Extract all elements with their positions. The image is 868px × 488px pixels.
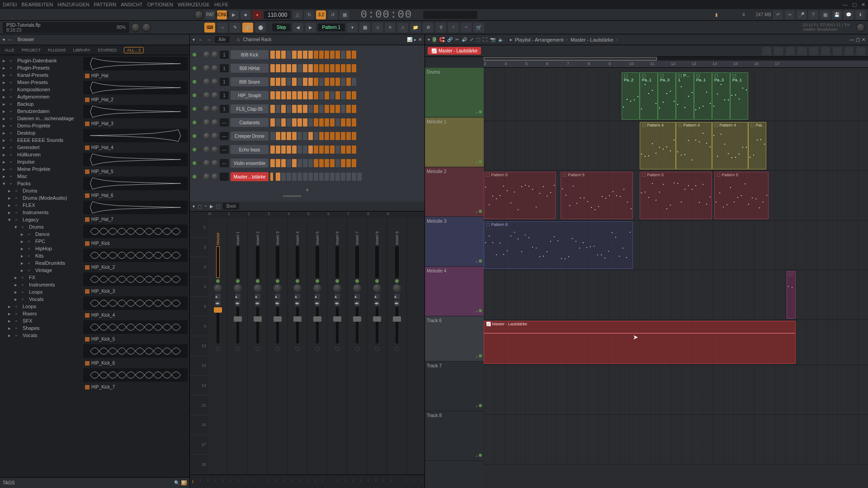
mixer-enable-led[interactable]	[316, 279, 319, 283]
sample-row[interactable]: HIP_Hat	[83, 73, 188, 78]
mixer-send-button[interactable]	[216, 347, 220, 351]
pl-paint-tool[interactable]	[774, 47, 783, 55]
mixer-fader[interactable]	[356, 307, 359, 343]
send-knob[interactable]	[315, 478, 315, 485]
mixer-track[interactable]: Insert 4 ▴ ◂▸	[288, 218, 307, 474]
mixer-enable-led[interactable]	[375, 279, 379, 283]
step-button[interactable]	[276, 145, 280, 154]
pl-select-button[interactable]: ⬚	[476, 37, 480, 42]
mixer-send-button[interactable]	[315, 347, 320, 351]
sample-row[interactable]	[83, 57, 188, 70]
step-next-button[interactable]: ▶	[305, 23, 316, 33]
track-mute-led[interactable]	[479, 404, 482, 407]
step-button[interactable]	[325, 91, 329, 99]
step-button[interactable]	[297, 118, 302, 127]
step-button[interactable]	[276, 173, 280, 181]
sample-play-icon[interactable]	[85, 361, 90, 366]
browser-samples[interactable]: HIP_HatHIP_Hat_2HIP_Hat_3HIP_Hat_4HIP_Ha…	[81, 55, 189, 477]
mixer-enable-led[interactable]	[236, 279, 240, 283]
main-volume-knob[interactable]	[131, 23, 140, 32]
browser-tab[interactable]: LIBRARY	[73, 48, 90, 52]
mixer-track[interactable]: Insert 6 ▴ ◂▸	[327, 218, 347, 474]
playlist-clip[interactable]: ⬚ Pa..2	[622, 72, 640, 120]
mx-view-label[interactable]: Breit	[223, 203, 240, 210]
send-knob[interactable]	[376, 478, 376, 485]
step-button[interactable]	[276, 132, 280, 140]
sample-row[interactable]	[83, 344, 188, 358]
step-button[interactable]	[297, 78, 302, 86]
mixer-stereo-button[interactable]: ◂▸	[255, 300, 260, 306]
send-knob[interactable]	[200, 478, 200, 485]
channel-name-button[interactable]: 808 Kick	[231, 50, 269, 59]
mixer-fader[interactable]	[336, 307, 339, 343]
sample-row[interactable]: HIP_Kick_3	[83, 289, 188, 294]
step-button[interactable]	[292, 118, 297, 127]
channel-solo-led[interactable]	[198, 53, 202, 56]
send-knob[interactable]	[330, 478, 330, 485]
channel-vol-knob[interactable]	[212, 92, 218, 99]
track-header[interactable]: Melodie 4 ▫	[425, 267, 484, 316]
step-prev-button[interactable]: ◀	[292, 23, 303, 33]
pl-close-button[interactable]: ✕	[862, 37, 865, 42]
step-button[interactable]	[319, 132, 324, 140]
step-button[interactable]	[341, 159, 345, 167]
mixer-route-button[interactable]: ▴	[335, 294, 340, 299]
tree-item[interactable]: ▸▫Impulse	[1, 158, 80, 165]
send-knob[interactable]	[254, 478, 254, 485]
mixer-send-button[interactable]	[236, 347, 240, 351]
render-button[interactable]: ⬤	[255, 23, 266, 33]
track-header[interactable]: Melodie 3 ▫	[425, 217, 484, 267]
channel-pan-knob[interactable]	[203, 146, 210, 153]
playlist-clip[interactable]: ⬚ Pat..	[748, 122, 766, 169]
sample-play-icon[interactable]	[85, 265, 90, 270]
sample-row[interactable]: HIP_Kick_2	[83, 265, 188, 270]
step-edit-button[interactable]: →	[217, 23, 228, 33]
tree-item[interactable]: ▸▫FX	[1, 274, 80, 281]
song-mode-button[interactable]: SONG	[217, 10, 227, 19]
browser-menu-button[interactable]: ▾	[3, 37, 5, 42]
mixer-stereo-button[interactable]: ◂▸	[215, 300, 221, 306]
link-button[interactable]: 🔗	[242, 23, 253, 33]
sample-play-icon[interactable]	[85, 313, 90, 318]
tree-item[interactable]: ▸▫Dateien in…ischenablage	[1, 115, 80, 122]
time-display[interactable]: 0:00:00	[360, 9, 412, 21]
mixer-pan-knob[interactable]	[353, 284, 361, 292]
step-button[interactable]	[270, 145, 275, 154]
step-button[interactable]	[303, 118, 307, 127]
send-knob[interactable]	[414, 478, 414, 485]
mixer-track-label[interactable]: Insert 4	[295, 220, 300, 245]
mixer-track[interactable]: Insert 2 ▴ ◂▸	[248, 218, 268, 474]
mixer-send-button[interactable]	[335, 347, 340, 351]
feedback-button[interactable]: 💬	[844, 10, 854, 19]
pl-sync-button[interactable]: ⟳	[433, 37, 436, 42]
sample-row[interactable]: HIP_Kick_4	[83, 313, 188, 318]
send-knob[interactable]	[284, 478, 284, 485]
step-button[interactable]	[319, 51, 324, 59]
send-knob[interactable]	[353, 478, 353, 485]
mixer-fader[interactable]	[316, 307, 319, 343]
step-button[interactable]	[319, 105, 324, 113]
pattern-menu-button[interactable]: ▾	[347, 23, 358, 33]
cr-fwd-button[interactable]: →	[207, 37, 211, 42]
step-button[interactable]	[270, 51, 275, 59]
step-button[interactable]	[281, 145, 286, 154]
step-button[interactable]	[314, 132, 318, 140]
pl-menu-button[interactable]: ▾	[428, 37, 430, 42]
tree-item[interactable]: ▸▫Instruments	[1, 209, 80, 216]
step-button[interactable]	[335, 173, 340, 181]
minimize-button[interactable]: —	[843, 2, 848, 7]
step-button[interactable]	[314, 173, 318, 181]
playlist-clip[interactable]: ⬚ Pa..3	[712, 72, 730, 120]
channel-mixer-num[interactable]: 1	[220, 91, 229, 99]
tree-item[interactable]: ▸▫Demo-Projekte	[1, 122, 80, 129]
send-knob[interactable]	[299, 478, 300, 485]
send-knob[interactable]	[238, 478, 239, 485]
pattern-selector[interactable]: Pattern 1	[318, 23, 345, 31]
step-button[interactable]	[352, 145, 356, 154]
tree-item[interactable]: ▸▫Kanal-Presets	[1, 71, 80, 79]
tree-item[interactable]: ▾▫Packs	[1, 180, 80, 187]
tree-item[interactable]: ▸▫Benutzerdaten	[1, 108, 80, 115]
cr-menu-button[interactable]: ▾	[193, 37, 195, 42]
channel-solo-led[interactable]	[198, 134, 202, 138]
sample-play-icon[interactable]	[85, 193, 90, 198]
